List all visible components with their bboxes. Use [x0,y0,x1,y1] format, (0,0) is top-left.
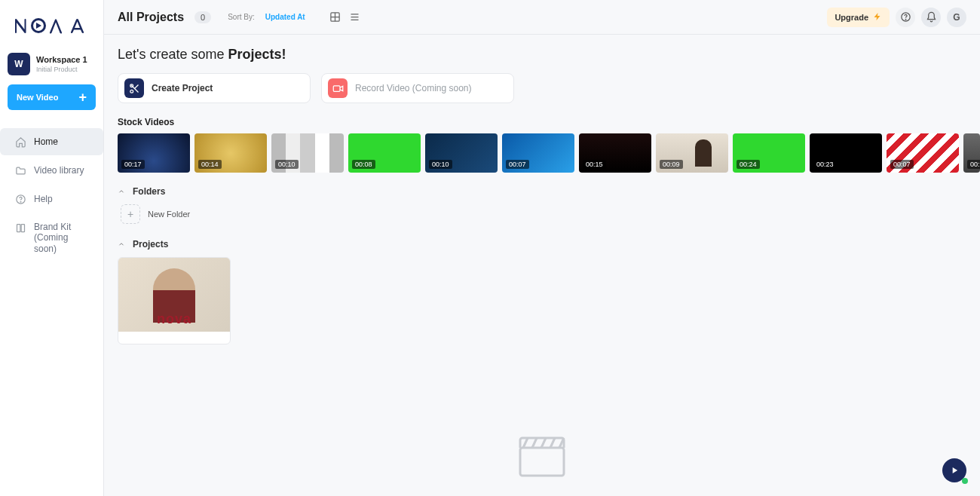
stock-duration: 00:24 [737,160,760,169]
content: Let's create some Projects! Create Proje… [104,35,980,496]
stock-thumbnail[interactable]: 00:07 [887,133,959,173]
nav-video-library[interactable]: Video library [8,157,96,184]
record-video-card[interactable]: Record Video (Coming soon) [321,73,514,103]
grid-view-icon[interactable] [329,11,341,23]
stock-duration: 00:23 [813,160,837,169]
stock-duration: 00:15 [583,160,606,169]
top-bar: All Projects 0 Sort By: Updated At Upgra… [104,0,980,35]
sidebar-nav: Home Video library Help Brand Kit (Comin… [8,128,96,262]
bolt-icon [873,12,882,23]
stock-thumbnail[interactable]: 00:10 [271,133,344,173]
nav-library-label: Video library [34,165,84,176]
projects-toggle[interactable]: Projects [118,239,980,250]
chevron-up-icon [118,188,125,195]
camera-icon [328,78,348,98]
create-project-card[interactable]: Create Project [118,73,311,103]
question-icon [900,11,911,23]
nav-brandkit-label-1: Brand Kit [34,222,88,232]
user-avatar[interactable]: G [947,8,966,27]
project-watermark: nova [157,311,191,327]
headline-bold: Projects! [228,47,286,62]
list-view-icon[interactable] [349,11,361,23]
stock-duration: 00:08 [352,160,375,169]
record-video-label: Record Video (Coming soon) [355,83,472,93]
nav-home[interactable]: Home [0,128,103,155]
new-video-label: New Video [17,93,58,102]
upgrade-button[interactable]: Upgrade [827,8,890,27]
play-icon [949,465,960,476]
stock-duration: 00:14 [198,160,222,169]
scissors-icon [124,78,144,98]
brandkit-icon [15,222,26,234]
workspace-subtitle: Initial Product [36,66,87,73]
new-folder-label: New Folder [148,210,190,219]
nav-help-label: Help [34,194,53,204]
chevron-up-icon [118,240,125,248]
folders-heading: Folders [133,186,165,197]
stock-thumbnail[interactable]: 00:15 [579,133,651,173]
sort-value[interactable]: Updated At [265,13,305,21]
create-project-label: Create Project [152,83,213,93]
workspace-selector[interactable]: W Workspace 1 Initial Product [8,53,96,75]
stock-duration: 00:10 [275,160,299,169]
clapperboard-icon [518,436,566,478]
workspace-name: Workspace 1 [36,55,87,65]
sort-label: Sort By: [228,13,255,21]
project-thumbnail: nova [118,258,230,332]
projects-heading: Projects [133,239,168,250]
svg-rect-4 [17,225,20,232]
folders-toggle[interactable]: Folders [118,186,980,197]
project-count: 0 [194,11,211,23]
stock-duration: 00:17 [121,160,145,169]
stock-thumbnail[interactable]: 00:08 [348,133,421,173]
headline-prefix: Let's create some [118,47,228,62]
nav-brandkit-label-2: (Coming soon) [34,232,88,254]
project-card[interactable]: nova [118,257,231,344]
nav-help[interactable]: Help [8,185,96,213]
stock-thumbnail[interactable]: 00:24 [733,133,805,173]
new-folder-button[interactable]: + New Folder [121,204,980,224]
brand-logo[interactable] [8,8,96,53]
main: All Projects 0 Sort By: Updated At Upgra… [104,0,980,496]
folder-icon [15,165,26,176]
bell-icon [926,11,937,23]
help-icon [15,194,26,205]
svg-rect-11 [333,85,340,91]
new-video-button[interactable]: New Video + [8,84,96,110]
empty-state [518,436,566,481]
upgrade-label: Upgrade [835,13,868,22]
svg-point-8 [905,19,906,20]
play-fab[interactable] [942,458,966,482]
stock-thumbnail[interactable]: 00:14 [194,133,267,173]
stock-duration: 00:09 [660,160,683,169]
sidebar: W Workspace 1 Initial Product New Video … [0,0,104,496]
notifications-button[interactable] [921,8,941,27]
view-toggles [329,11,361,23]
home-icon [15,136,26,148]
plus-folder-icon: + [121,204,140,224]
nav-brand-kit[interactable]: Brand Kit (Coming soon) [8,214,96,262]
stock-thumbnail[interactable]: 00:07 [502,133,574,173]
stock-thumbnail[interactable]: 00:09 [656,133,728,173]
svg-rect-5 [21,225,24,232]
stock-duration: 00:07 [506,160,529,169]
stock-thumbnail[interactable]: 00:10 [425,133,498,173]
stock-thumbnail[interactable]: 00:23 [810,133,882,173]
stock-thumbnail[interactable]: 00:17 [118,133,190,173]
stock-duration: 00:07 [890,160,914,169]
stock-duration: 00:10 [429,160,452,169]
workspace-badge: W [8,53,30,75]
svg-point-3 [20,201,21,202]
page-title: All Projects [118,11,184,24]
plus-icon: + [78,90,87,104]
stock-duration: 00: [967,160,980,169]
headline: Let's create some Projects! [118,47,980,63]
stock-thumbnail[interactable]: 00: [963,133,980,173]
svg-point-10 [130,90,133,93]
stock-videos-row: 00:1700:1400:1000:0800:1000:0700:1500:09… [118,133,980,173]
nav-home-label: Home [34,136,58,147]
svg-rect-12 [520,448,564,476]
stock-heading: Stock Videos [118,117,980,127]
help-top-button[interactable] [896,8,915,27]
